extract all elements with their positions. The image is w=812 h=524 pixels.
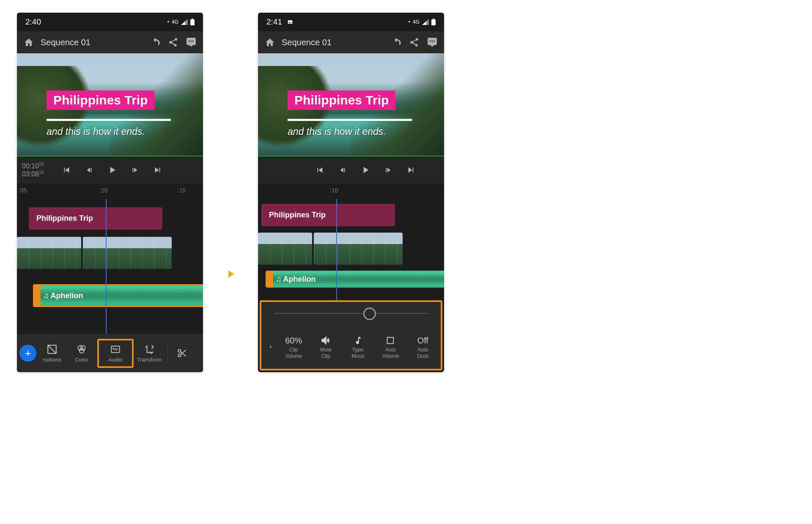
preview-subtitle: and this is how it ends. [288,126,386,137]
undo-icon[interactable] [391,36,403,48]
frame-forward-button[interactable] [129,164,141,176]
comment-icon[interactable] [426,36,438,48]
signal-icon [181,19,188,25]
phone-screenshot-right: 2:41 • 4G Sequence 01 Philippines Trip a… [258,13,444,372]
music-note-icon: ♫ [276,275,282,284]
status-right: • 4G [167,19,195,25]
video-preview[interactable]: Philippines Trip and this is how it ends… [258,53,444,156]
preview-title-overlay: Philippines Trip [288,91,395,110]
split-tool[interactable] [171,348,192,359]
video-clip-1[interactable] [17,237,81,269]
play-button[interactable] [106,164,118,176]
audio-panel: 60% Clip Volume Mute Clip Type: Music Au… [260,300,442,370]
auto-volume-option[interactable]: Auto Volume [374,335,406,359]
svg-rect-11 [387,337,394,343]
home-icon[interactable] [264,36,276,48]
bottom-toolbar: + nsitions Color Audio Transform [17,334,203,372]
ruler-label: :15 [178,187,186,194]
timeline-ruler[interactable]: :10 [258,184,444,199]
audio-clip[interactable]: ♫Aphelion [266,271,444,288]
top-bar: Sequence 01 [258,31,444,53]
home-icon[interactable] [23,36,35,48]
playhead[interactable] [336,199,337,300]
ruler-label: :10 [330,187,338,194]
video-clip-1[interactable] [258,233,312,265]
timeline[interactable]: Philippines Trip ♫Aphelion [258,199,444,300]
text-clip[interactable]: Philippines Trip [29,207,162,230]
transform-tool[interactable]: Transform [134,344,164,363]
audio-tool[interactable]: Audio [97,339,134,368]
undo-icon[interactable] [150,36,162,48]
status-bar: 2:40 • 4G [17,13,203,31]
frame-forward-button[interactable] [382,164,394,176]
comment-icon[interactable] [185,36,197,48]
color-tool[interactable]: Color [67,344,96,363]
sequence-title: Sequence 01 [41,38,91,47]
frame-back-button[interactable] [337,164,348,176]
ruler-label: :05 [19,187,27,194]
status-bar: 2:41 • 4G [258,13,444,31]
skip-end-button[interactable] [405,164,417,176]
status-right: • 4G [409,19,436,25]
share-icon[interactable] [167,36,179,48]
playhead[interactable] [106,199,107,334]
share-icon[interactable] [409,36,420,48]
music-note-icon: ♫ [43,291,49,300]
skip-end-button[interactable] [152,164,164,176]
transitions-tool[interactable]: nsitions [37,344,67,363]
music-icon [354,335,363,346]
checkbox-icon [386,336,395,345]
svg-point-3 [81,346,85,350]
toolbar-divider [167,343,168,364]
status-time: 2:41 [266,17,294,27]
slider-thumb[interactable] [363,307,376,320]
timeline[interactable]: Philippines Trip ♫Aphelion [17,199,203,334]
video-preview[interactable]: Philippines Trip and this is how it ends… [17,53,203,156]
preview-title-overlay: Philippines Trip [47,91,154,110]
transport-bar: 00:1019 03:0819 [17,156,203,184]
top-bar: Sequence 01 [17,31,203,53]
preview-subtitle: and this is how it ends. [47,126,145,137]
signal-icon [422,19,429,25]
svg-rect-0 [190,19,195,25]
svg-rect-8 [288,20,292,24]
arrow-icon [224,266,237,283]
back-button[interactable] [263,342,277,351]
svg-rect-9 [431,19,436,25]
text-clip[interactable]: Philippines Trip [261,204,395,226]
sequence-title: Sequence 01 [282,38,332,47]
transport-bar [258,156,444,184]
timecode: 00:1019 03:0819 [22,162,44,178]
preview-underline [47,119,171,121]
skip-start-button[interactable] [60,164,72,176]
skip-start-button[interactable] [314,164,326,176]
battery-icon [190,19,195,25]
mute-clip-option[interactable]: Mute Clip [310,335,342,359]
video-clip-2[interactable] [314,233,403,265]
ruler-label: :10 [99,187,107,194]
svg-rect-1 [192,19,193,19]
svg-rect-10 [433,19,434,19]
preview-underline [288,119,412,121]
audio-clip[interactable]: ♫Aphelion [33,284,203,307]
status-time: 2:40 [25,17,41,27]
add-button[interactable]: + [19,345,36,362]
video-clip-2[interactable] [83,237,172,269]
status-network: 4G [413,19,420,25]
clip-volume-option[interactable]: 60% Clip Volume [277,335,310,359]
auto-duck-option[interactable]: Off Auto Duck [407,335,439,359]
type-option[interactable]: Type: Music [342,335,374,359]
volume-slider[interactable] [261,302,441,325]
svg-point-4 [80,348,84,353]
play-button[interactable] [359,164,371,176]
status-network: 4G [172,19,178,25]
speaker-icon [321,335,332,346]
timeline-ruler[interactable]: :05 :10 :15 [17,184,203,199]
phone-screenshot-left: 2:40 • 4G Sequence 01 Philippines Trip a… [17,13,203,372]
frame-back-button[interactable] [83,164,95,176]
battery-icon [431,19,436,25]
